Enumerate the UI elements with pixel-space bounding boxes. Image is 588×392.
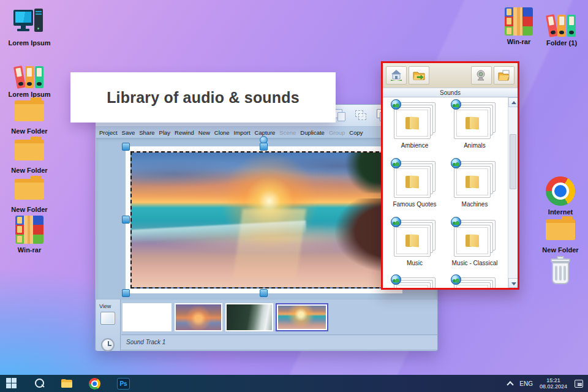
desktop-icon-computer[interactable]: Lorem Ipsum [1, 9, 58, 47]
desktop-icon-label: Win-rar [1, 246, 58, 254]
sound-folder-animals[interactable]: Animals [447, 102, 503, 149]
toolbar-item-save[interactable]: Save [122, 129, 135, 136]
desktop-icon-label: Internet [532, 208, 588, 216]
scroll-up-icon[interactable] [508, 97, 518, 107]
folder-stack-icon [454, 220, 496, 257]
clock[interactable]: 15:21 08.02.2024 [540, 377, 567, 390]
scroll-down-icon[interactable] [508, 278, 518, 288]
file-explorer-icon[interactable] [61, 378, 72, 389]
folder-glyph-icon [466, 176, 479, 188]
sound-folder-partial[interactable] [447, 277, 503, 288]
desktop-icon-binders[interactable]: Lorem Ipsum [1, 60, 58, 98]
chrome-icon [546, 176, 575, 206]
desktop-icon-new-folder-2[interactable]: New Folder [1, 136, 58, 174]
sound-folder-label: Music - Classical [447, 260, 503, 266]
resize-handle-top-center[interactable] [260, 143, 268, 151]
toolbar-item-new[interactable]: New [198, 129, 210, 136]
toolbar-item-capture[interactable]: Capture [255, 129, 276, 136]
toolbar-item-clone[interactable]: Clone [214, 129, 230, 136]
toolbar-item-duplicate[interactable]: Duplicate [300, 129, 325, 136]
globe-badge-icon [451, 274, 461, 285]
windows-start-icon[interactable] [6, 378, 17, 389]
import-folder-button[interactable] [494, 66, 514, 85]
resize-handle-bottom-center[interactable] [260, 289, 268, 297]
desktop-icon-new-folder-3[interactable]: New Folder [1, 175, 58, 213]
home-button[interactable] [386, 66, 407, 85]
clip-thumbnail-empty[interactable] [123, 303, 172, 331]
home-icon [390, 69, 403, 81]
sounds-panel-title: Sounds [383, 88, 518, 97]
selected-clip-frame[interactable] [126, 146, 402, 293]
trash-icon [547, 256, 574, 287]
webcam-icon [475, 69, 488, 81]
desktop-icon-label: Lorem Ipsum [1, 39, 58, 47]
globe-badge-icon [391, 99, 401, 110]
sound-folder-label: Famous Quotes [386, 201, 443, 208]
desktop-icon-label: Folder (1) [533, 39, 588, 47]
globe-badge-icon [391, 158, 401, 168]
language-indicator[interactable]: ENG [519, 380, 533, 387]
folder-stack-icon [394, 102, 435, 139]
open-folder-icon [412, 69, 426, 81]
toolbar-item-play[interactable]: Play [159, 129, 170, 136]
resize-handle-left[interactable] [122, 216, 130, 224]
scrollbar-thumb[interactable] [510, 134, 516, 189]
folder-glyph-icon [466, 235, 479, 247]
chrome-taskbar-icon[interactable] [89, 378, 100, 390]
folder-stack-icon [454, 102, 496, 139]
toolbar-item-copy[interactable]: Copy [349, 129, 363, 136]
editor-timeline: View Sound Track 1 [96, 300, 437, 351]
sound-folder-famous-quotes[interactable]: Famous Quotes [386, 161, 443, 208]
resize-handle-bottom-left[interactable] [122, 289, 130, 297]
binders-icon [546, 9, 578, 37]
sound-folder-music-classical[interactable]: Music - Classical [447, 220, 503, 266]
notification-icon[interactable] [574, 380, 583, 388]
desktop-icon-recycle-bin[interactable] [532, 256, 588, 287]
globe-badge-icon [451, 217, 461, 227]
folder-stack-icon [394, 277, 435, 288]
clip-thumbnail-sunset[interactable] [175, 303, 222, 331]
desktop-icon-new-folder-right[interactable]: New Folder [532, 216, 588, 254]
time: 15:21 [540, 377, 567, 383]
sound-folder-music[interactable]: Music [386, 220, 443, 266]
sound-folder-ambience[interactable]: Ambience [386, 102, 443, 149]
search-icon[interactable] [34, 378, 45, 389]
scrollbar[interactable] [508, 97, 518, 288]
sound-folder-label: Music [386, 260, 443, 266]
clip-thumbnail-selected[interactable] [276, 303, 328, 331]
view-button[interactable] [100, 312, 115, 325]
binders-icon [13, 60, 45, 88]
video-track [121, 300, 437, 335]
resize-handle-top-left[interactable] [122, 143, 130, 151]
desktop-icon-folder-1[interactable]: Folder (1) [533, 9, 588, 47]
desktop-icon-new-folder-1[interactable]: New Folder [1, 97, 58, 135]
globe-badge-icon [451, 99, 461, 110]
photoshop-icon[interactable]: Ps [117, 378, 130, 390]
desktop-icon-winrar-left[interactable]: Win-rar [1, 216, 58, 254]
chevron-up-icon[interactable] [508, 381, 513, 386]
clip-thumbnail-forest[interactable] [225, 303, 273, 331]
sound-folder-machines[interactable]: Machines [447, 161, 503, 208]
sun-reflection [233, 209, 306, 279]
clock-icon[interactable] [101, 338, 115, 352]
sound-folder-label: Ambience [386, 142, 443, 149]
date: 08.02.2024 [540, 383, 567, 390]
taskbar: Ps ENG 15:21 08.02.2024 [0, 375, 588, 392]
callout-banner: Library of audio & sounds [70, 72, 336, 123]
sound-folder-partial[interactable] [386, 277, 443, 288]
toolbar-item-rewind[interactable]: Rewind [175, 129, 194, 136]
desktop-icon-label: New Folder [532, 246, 588, 254]
toolbar-item-project[interactable]: Project [99, 129, 118, 136]
toolbar-item-share[interactable]: Share [139, 129, 154, 136]
beach-sunset-photo[interactable] [130, 151, 398, 288]
folder-glyph-icon [405, 235, 419, 247]
toolbar-item-import[interactable]: Import [234, 129, 251, 136]
desktop-icon-internet[interactable]: Internet [532, 176, 588, 216]
taskbar-apps: Ps [0, 378, 130, 390]
open-folder-button[interactable] [409, 66, 429, 85]
sounds-panel-toolbar [383, 63, 518, 88]
folder-stack-icon [454, 277, 496, 288]
sound-track-row[interactable]: Sound Track 1 [121, 336, 437, 350]
folder-icon [545, 216, 576, 244]
desktop-icon-label: New Folder [1, 167, 58, 174]
